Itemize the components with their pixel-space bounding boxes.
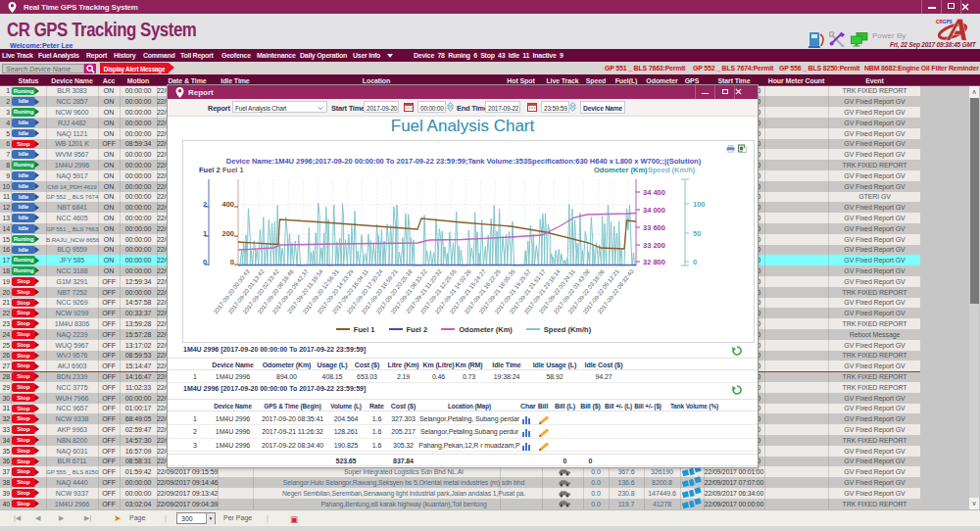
svg-text:GPS: GPS	[943, 20, 953, 24]
